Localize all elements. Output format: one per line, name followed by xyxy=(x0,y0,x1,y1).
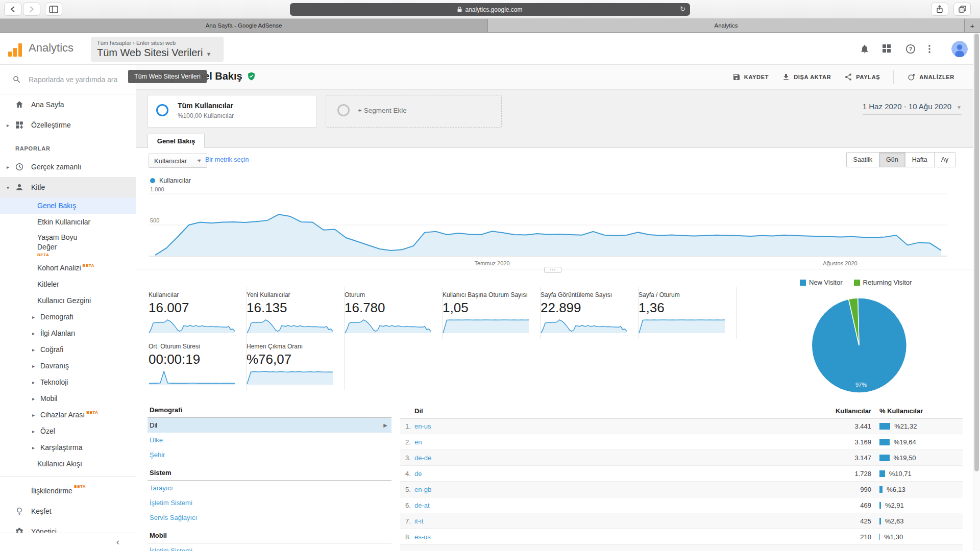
sparkline xyxy=(149,369,235,386)
sidebar-item-label: Karşılaştırma xyxy=(40,443,82,452)
metric-card-1[interactable]: Yeni Kullanıcılar16.135 xyxy=(247,287,345,339)
sidebar-item-demographics[interactable]: ▸Demografi xyxy=(0,309,136,325)
sidebar-item-audience[interactable]: ▾Kitle xyxy=(0,177,136,197)
browser-tab-adsense[interactable]: Ana Sayfa - Google AdSense xyxy=(0,19,488,32)
address-bar[interactable]: analytics.google.com ↻ xyxy=(290,3,690,16)
table-row[interactable]: 3.de-de3.147%19,50 xyxy=(400,450,963,466)
new-tab-button[interactable]: + xyxy=(965,19,980,32)
save-button[interactable]: KAYDET xyxy=(732,73,769,81)
search-input[interactable] xyxy=(29,72,126,87)
property-switcher[interactable]: Tüm hesaplar › Enler sitesi web Tüm Web … xyxy=(91,37,224,62)
sidebar-item-user-explorer[interactable]: Kullanıcı Gezgini xyxy=(0,292,136,309)
apps-grid-icon[interactable] xyxy=(882,44,892,54)
table-row[interactable]: 5.en-gb990%6,13 xyxy=(400,482,963,497)
help-icon[interactable]: ? xyxy=(905,44,916,54)
sidebar-item-label: Yaşam BoyuDeğerBETA xyxy=(37,233,77,257)
row-language-link[interactable]: it-it xyxy=(414,517,423,525)
metric-card-3[interactable]: Kullanıcı Başına Oturum Sayısı1,05 xyxy=(443,287,541,339)
dimension-ülke[interactable]: Ülke xyxy=(148,433,391,447)
table-row[interactable]: 4.de1.728%10,71 xyxy=(400,466,963,482)
sidebar-item-technology[interactable]: ▸Teknoloji xyxy=(0,374,136,390)
metric-card-7[interactable]: Hemen Çıkma Oranı%76,07 xyxy=(247,339,345,390)
sidebar-item-realtime[interactable]: ▸Gerçek zamanlı xyxy=(0,157,136,177)
sidebar-item-behavior[interactable]: ▸Davranış xyxy=(0,358,136,374)
sidebar-item-lifetime-value[interactable]: Yaşam BoyuDeğerBETA xyxy=(0,230,136,260)
row-language-link[interactable]: de-at xyxy=(414,502,430,509)
sidebar-toggle-icon[interactable] xyxy=(45,3,62,16)
segment-all-users[interactable]: Tüm Kullanıcılar %100,00 Kullanıcılar xyxy=(148,95,317,128)
browser-tab-analytics[interactable]: Analytics xyxy=(488,19,965,32)
granularity-hafta[interactable]: Hafta xyxy=(905,152,935,167)
sidebar-item-overview[interactable]: Genel Bakış xyxy=(0,197,136,214)
row-language-link[interactable]: de-de xyxy=(414,454,431,462)
scrollbar-thumb[interactable] xyxy=(974,34,979,471)
dimension-i̇şletim-sistemi[interactable]: İşletim Sistemi xyxy=(148,495,391,510)
dimension-dil[interactable]: Dil▶ xyxy=(148,418,391,433)
sidebar-item-cohort-analysis[interactable]: Kohort AnaliziBETA xyxy=(0,260,136,276)
column-header-users[interactable]: Kullanıcılar xyxy=(400,407,871,415)
row-language-link[interactable]: en-gb xyxy=(414,486,431,493)
table-row[interactable]: 1.en-us3.441%21,32 xyxy=(400,418,963,434)
granularity-ay[interactable]: Ay xyxy=(935,152,955,167)
avatar[interactable] xyxy=(951,41,968,57)
notifications-bell-icon[interactable] xyxy=(860,44,870,54)
dimension-servis-sağlayıcı[interactable]: Servis Sağlayıcı xyxy=(148,510,391,525)
sidebar-item-home[interactable]: Ana Sayfa xyxy=(0,94,136,115)
timeline-scrubber-handle[interactable] xyxy=(544,267,561,273)
page-scrollbar[interactable] xyxy=(973,33,980,551)
tab-overview-icon[interactable] xyxy=(953,3,971,16)
row-language-link[interactable]: en-us xyxy=(414,422,431,430)
sidebar-item-audiences[interactable]: Kitleler xyxy=(0,276,136,292)
date-range-selector[interactable]: 1 Haz 2020 - 10 Ağu 2020▼ xyxy=(863,102,962,115)
tab-overview[interactable]: Genel Bakış xyxy=(148,134,205,148)
metric-card-0[interactable]: Kullanıcılar16.007 xyxy=(149,287,247,339)
sidebar-item-custom[interactable]: ▸Özel xyxy=(0,423,136,439)
column-header-pct[interactable]: % Kullanıcılar xyxy=(879,407,923,415)
dimension-şehir[interactable]: Şehir xyxy=(148,447,391,462)
row-language-link[interactable]: de xyxy=(414,470,422,478)
browser-forward-button[interactable] xyxy=(23,3,40,16)
toolbar-divider xyxy=(893,70,894,84)
visitor-type-pie-chart[interactable]: 97% xyxy=(795,282,923,409)
table-row[interactable]: 6.de-at469%2,91 xyxy=(400,497,963,513)
table-row[interactable]: 8.es-us210%1,30 xyxy=(400,529,963,545)
add-segment-button[interactable]: + Segment Ekle xyxy=(326,95,502,128)
more-options-icon[interactable] xyxy=(925,44,935,54)
metric-card-5[interactable]: Sayfa / Oturum1,36 xyxy=(639,287,737,339)
row-language-link[interactable]: es-us xyxy=(414,533,431,541)
metric-card-2[interactable]: Oturum16.780 xyxy=(345,287,443,339)
metric-card-4[interactable]: Sayfa Görüntüleme Sayısı22.899 xyxy=(541,287,639,339)
row-percent: %19,50 xyxy=(879,450,916,466)
dimension-tarayıcı[interactable]: Tarayıcı xyxy=(148,481,391,495)
sidebar-item-active-users[interactable]: Etkin Kullanıcılar xyxy=(0,214,136,230)
select-metric-link[interactable]: Bir metrik seçin xyxy=(205,156,249,163)
table-row[interactable]: 2.en3.169%19,64 xyxy=(400,434,963,450)
granularity-gün[interactable]: Gün xyxy=(879,152,905,167)
action-label: KAYDET xyxy=(744,74,769,80)
sidebar-item-users-flow[interactable]: Kullanıcı Akışı xyxy=(0,456,136,472)
sidebar-item-customization[interactable]: ▸Özelleştirme xyxy=(0,115,136,135)
sidebar-item-discover[interactable]: Keşfet xyxy=(0,501,136,521)
sidebar-item-cross-device[interactable]: ▸Cihazlar ArasıBETA xyxy=(0,407,136,423)
sidebar-item-interests[interactable]: ▸İlgi Alanları xyxy=(0,325,136,341)
metric-card-6[interactable]: Ort. Oturum Süresi00:00:19 xyxy=(149,339,247,390)
browser-back-button[interactable] xyxy=(4,3,21,16)
granularity-saatlik[interactable]: Saatlik xyxy=(846,152,880,167)
sidebar-collapse-button[interactable]: ‹ xyxy=(0,533,136,551)
action-label: DIŞA AKTAR xyxy=(794,74,831,80)
sidebar-item-mobile[interactable]: ▸Mobil xyxy=(0,390,136,407)
timeline-chart[interactable]: 5001.000Temmuz 2020Ağustos 2020 xyxy=(149,185,947,269)
export-button[interactable]: DIŞA AKTAR xyxy=(782,73,831,81)
reload-icon[interactable]: ↻ xyxy=(680,5,685,13)
sidebar-item-benchmarking[interactable]: ▸Karşılaştırma xyxy=(0,439,136,456)
browser-share-icon[interactable] xyxy=(931,3,948,16)
analytics-logo-icon[interactable] xyxy=(8,41,24,57)
row-language-link[interactable]: en xyxy=(414,438,422,446)
sidebar-item-geo[interactable]: ▸Coğrafi xyxy=(0,341,136,358)
table-row[interactable]: 7.it-it425%2,63 xyxy=(400,513,963,529)
sidebar-item-attribution[interactable]: İlişkilendirmeBETA xyxy=(0,481,136,501)
report-title-bar: Kitleye Genel Bakış KAYDETDIŞA AKTARPAYL… xyxy=(136,65,973,90)
insights-button[interactable]: ANALİZLER xyxy=(907,73,954,82)
dimension-i̇şletim-sistemi[interactable]: İşletim Sistemi xyxy=(148,543,391,551)
share-button[interactable]: PAYLAŞ xyxy=(844,73,880,81)
